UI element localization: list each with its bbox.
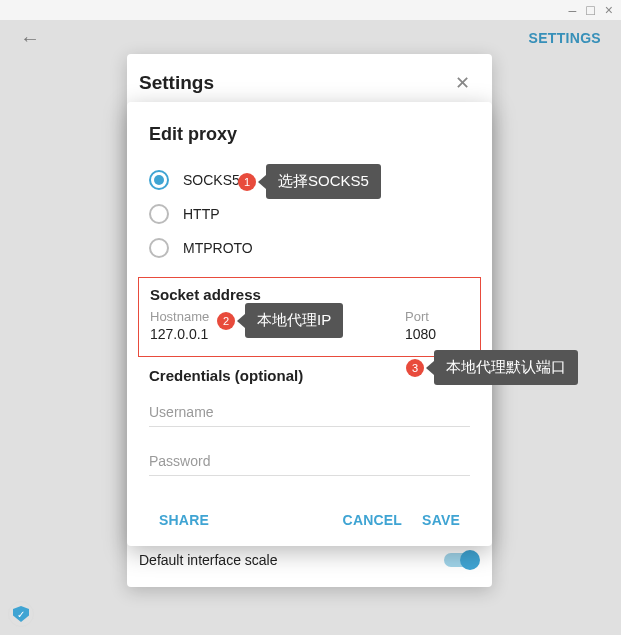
port-field[interactable]: 1080	[405, 326, 469, 342]
radio-label: SOCKS5	[183, 172, 240, 188]
radio-http[interactable]: HTTP	[149, 197, 470, 231]
default-scale-label: Default interface scale	[139, 552, 278, 568]
socket-address-section: Socket address Hostname 127.0.0.1 Port 1…	[138, 277, 481, 357]
radio-mtproto[interactable]: MTPROTO	[149, 231, 470, 265]
cancel-button[interactable]: CANCEL	[333, 504, 413, 536]
shield-icon[interactable]: ✓	[8, 601, 34, 627]
hostname-field[interactable]: 127.0.0.1	[150, 326, 379, 342]
radio-icon	[149, 238, 169, 258]
radio-socks5[interactable]: SOCKS5	[149, 163, 470, 197]
username-field[interactable]	[149, 398, 470, 427]
close-icon[interactable]: ×	[605, 2, 613, 18]
radio-icon	[149, 170, 169, 190]
socket-address-title: Socket address	[150, 286, 469, 303]
settings-title: Settings	[139, 72, 214, 94]
port-label: Port	[405, 309, 469, 324]
close-icon[interactable]: ✕	[455, 72, 470, 94]
credentials-title: Credentials (optional)	[149, 367, 470, 384]
edit-proxy-dialog: Edit proxy SOCKS5 HTTP MTPROTO Socket ad…	[127, 102, 492, 546]
share-button[interactable]: SHARE	[149, 504, 219, 536]
maximize-icon[interactable]: □	[586, 2, 594, 18]
password-field[interactable]	[149, 447, 470, 476]
minimize-icon[interactable]: –	[569, 2, 577, 18]
radio-icon	[149, 204, 169, 224]
radio-label: HTTP	[183, 206, 220, 222]
save-button[interactable]: SAVE	[412, 504, 470, 536]
hostname-label: Hostname	[150, 309, 379, 324]
radio-label: MTPROTO	[183, 240, 253, 256]
dialog-title: Edit proxy	[149, 124, 470, 145]
window-titlebar: – □ ×	[0, 0, 621, 20]
dialog-actions: SHARE CANCEL SAVE	[149, 496, 470, 536]
default-scale-toggle[interactable]	[444, 553, 478, 567]
